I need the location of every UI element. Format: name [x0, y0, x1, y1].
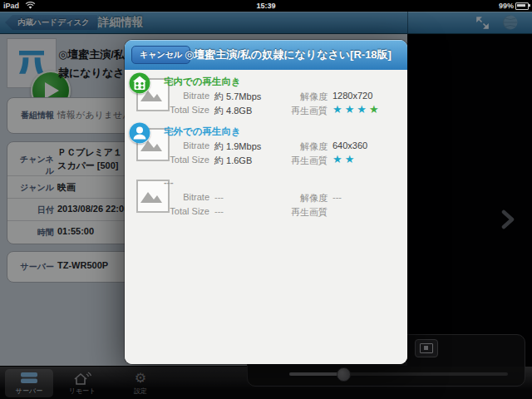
bitrate-label: Bitrate — [141, 91, 209, 101]
playback-option-empty[interactable]: --- Bitrate --- 解像度 --- Total Size --- 再… — [125, 170, 407, 224]
playback-option-away[interactable]: 宅外での再生向き Bitrate 約 1.9Mbps 解像度 640x360 T… — [125, 120, 407, 170]
app-screen: iPad 15:39 99% 内蔵ハードディスク 詳細情報 — [0, 0, 532, 399]
battery-percent: 99% — [499, 2, 514, 10]
status-bar: iPad 15:39 99% — [0, 0, 532, 12]
resolution-label: 解像度 — [259, 140, 328, 153]
bitrate-value: 約 1.9Mbps — [214, 140, 261, 153]
option-name: 宅内での再生向き — [164, 76, 241, 88]
bitrate-label: Bitrate — [141, 192, 209, 202]
quality-label: 再生画質 — [259, 206, 328, 219]
quality-stars: ★★ — [332, 153, 357, 165]
resolution-value: 1280x720 — [332, 91, 372, 101]
total-size-label: Total Size — [141, 206, 209, 216]
quality-label: 再生画質 — [259, 155, 328, 167]
total-size-label: Total Size — [141, 155, 209, 165]
empty-list-row — [125, 223, 407, 273]
total-size-label: Total Size — [141, 105, 209, 115]
quality-select-modal: キャンセル ◎壇蜜主演/私の奴隷になりなさい[R-18版] 宅内での再生向き B… — [125, 40, 407, 364]
bitrate-value: --- — [214, 192, 224, 202]
total-size-value: 約 1.6GB — [214, 155, 252, 167]
modal-title: ◎壇蜜主演/私の奴隷になりなさい[R-18版] — [185, 47, 392, 62]
option-name: 宅外での再生向き — [164, 126, 241, 138]
bitrate-value: 約 5.7Mbps — [214, 91, 261, 103]
playback-option-home[interactable]: 宅内での再生向き Bitrate 約 5.7Mbps 解像度 1280x720 … — [125, 70, 407, 121]
quality-stars: ★★★★ — [332, 103, 382, 116]
resolution-label: 解像度 — [259, 91, 328, 103]
clock: 15:39 — [0, 2, 532, 10]
quality-label: 再生画質 — [259, 105, 328, 117]
battery-icon — [515, 2, 529, 10]
total-size-value: 約 4.8GB — [214, 105, 252, 117]
home-network-badge-icon — [129, 72, 150, 94]
option-name: --- — [164, 177, 174, 187]
resolution-value: 640x360 — [332, 140, 367, 150]
modal-header: キャンセル ◎壇蜜主演/私の奴隷になりなさい[R-18版] — [125, 40, 407, 71]
total-size-value: --- — [214, 206, 224, 216]
empty-list-row — [125, 324, 407, 364]
cancel-button[interactable]: キャンセル — [131, 46, 190, 64]
empty-list-row — [125, 273, 407, 325]
resolution-value: --- — [332, 192, 342, 202]
bitrate-label: Bitrate — [141, 140, 209, 150]
person-badge-icon — [129, 122, 150, 144]
resolution-label: 解像度 — [259, 192, 328, 204]
